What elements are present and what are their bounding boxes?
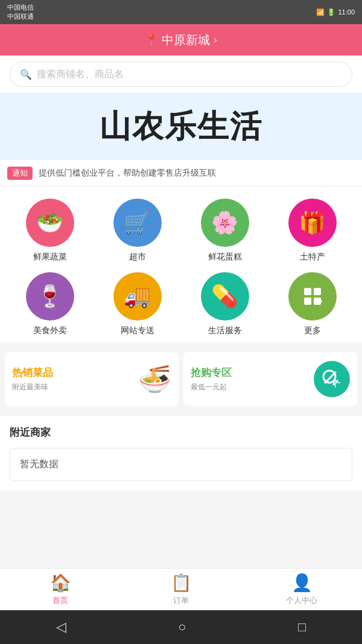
nav-profile[interactable]: 👤 个人中心	[241, 569, 362, 610]
nav-profile-label: 个人中心	[286, 595, 317, 606]
promo-hot-subtitle: 附近最美味	[12, 382, 53, 392]
category-supermarket[interactable]: 🛒 超市	[94, 199, 181, 263]
svg-line-7	[325, 372, 336, 383]
svg-point-6	[323, 371, 335, 383]
order-icon: 📋	[171, 573, 192, 593]
category-flowers-icon: 🌸	[201, 199, 249, 247]
category-specialty-label: 土特产	[300, 252, 325, 263]
search-icon: 🔍	[20, 69, 32, 80]
category-life-icon: 💊	[201, 272, 249, 320]
promo-hot-image: 🍜	[138, 363, 171, 395]
category-more[interactable]: 更多	[268, 272, 356, 336]
promo-hot-info: 热销菜品 附近最美味	[12, 366, 53, 392]
recent-button[interactable]: □	[298, 619, 306, 635]
category-more-icon	[288, 272, 337, 320]
banner-title: 山农乐生活	[100, 106, 262, 148]
category-life-label: 生活服务	[208, 325, 242, 336]
location-icon: 📍	[145, 33, 158, 46]
promo-section: 热销菜品 附近最美味 🍜 抢购专区 最低一元起	[0, 347, 362, 411]
location-text: 中原新城	[162, 32, 210, 48]
location-header[interactable]: 📍 中原新城 ›	[0, 24, 362, 56]
clock: 11:00	[338, 8, 355, 16]
category-delivery-icon: 🚚	[113, 272, 162, 320]
category-flowers-label: 鲜花蛋糕	[208, 252, 242, 263]
category-more-label: 更多	[304, 325, 321, 336]
promo-sale-icon	[314, 361, 350, 397]
nav-home[interactable]: 🏠 首页	[0, 569, 121, 610]
android-nav: ◁ ○ □	[0, 610, 362, 644]
svg-rect-0	[304, 288, 311, 295]
promo-hot-card[interactable]: 热销菜品 附近最美味 🍜	[5, 352, 179, 406]
carrier-info: 中国电信 中国联通	[7, 3, 34, 21]
back-button[interactable]: ◁	[56, 619, 66, 635]
nav-order-label: 订单	[173, 595, 189, 606]
notice-text: 提供低门槛创业平台，帮助创建零售店升级互联	[39, 168, 216, 179]
category-fresh-icon: 🥗	[26, 199, 74, 247]
category-specialty-icon: 🎁	[288, 199, 337, 247]
nearby-title: 附近商家	[10, 426, 352, 439]
status-icons: 📶 🔋 11:00	[316, 8, 355, 16]
nav-order[interactable]: 📋 订单	[121, 569, 241, 610]
svg-rect-1	[314, 288, 321, 295]
search-bar: 🔍 搜索商铺名、商品名	[0, 56, 362, 94]
category-delivery[interactable]: 🚚 网站专送	[94, 272, 181, 336]
home-icon: 🏠	[50, 573, 71, 593]
category-flowers[interactable]: 🌸 鲜花蛋糕	[181, 199, 268, 263]
home-button[interactable]: ○	[178, 619, 186, 635]
category-life[interactable]: 💊 生活服务	[181, 272, 268, 336]
promo-sale-subtitle: 最低一元起	[191, 382, 232, 392]
profile-icon: 👤	[291, 573, 313, 593]
category-food-icon: 🍷	[26, 272, 74, 320]
notice-bar: 通知 提供低门槛创业平台，帮助创建零售店升级互联	[0, 160, 362, 187]
search-placeholder: 搜索商铺名、商品名	[37, 68, 124, 81]
banner: 山农乐生活	[0, 94, 362, 160]
nav-home-label: 首页	[52, 595, 68, 606]
category-grid: 🥗 鲜果蔬菜 🛒 超市 🌸 鲜花蛋糕 🎁 土特产 🍷 美食外卖 🚚 网站专送 💊…	[0, 187, 362, 342]
no-data-message: 暂无数据	[10, 448, 352, 481]
category-specialty[interactable]: 🎁 土特产	[268, 199, 356, 263]
search-input-wrap[interactable]: 🔍 搜索商铺名、商品名	[10, 62, 352, 87]
status-bar: 中国电信 中国联通 📶 🔋 11:00	[0, 0, 362, 24]
category-supermarket-icon: 🛒	[113, 199, 162, 247]
chevron-right-icon: ›	[214, 34, 217, 45]
promo-hot-title: 热销菜品	[12, 366, 53, 380]
svg-rect-2	[304, 298, 311, 305]
promo-sale-info: 抢购专区 最低一元起	[191, 366, 232, 392]
category-food[interactable]: 🍷 美食外卖	[6, 272, 94, 336]
category-food-label: 美食外卖	[33, 325, 67, 336]
category-fresh[interactable]: 🥗 鲜果蔬菜	[6, 199, 94, 263]
promo-sale-title: 抢购专区	[191, 366, 232, 380]
carrier-right: 中国联通	[7, 12, 34, 21]
category-delivery-label: 网站专送	[121, 325, 154, 336]
category-supermarket-label: 超市	[129, 252, 146, 263]
nearby-section: 附近商家 暂无数据	[0, 416, 362, 491]
notice-badge: 通知	[7, 167, 33, 180]
carrier-left: 中国电信	[7, 3, 34, 12]
bottom-nav: 🏠 首页 📋 订单 👤 个人中心	[0, 568, 362, 610]
category-fresh-label: 鲜果蔬菜	[33, 252, 67, 263]
promo-sale-card[interactable]: 抢购专区 最低一元起	[183, 352, 357, 406]
